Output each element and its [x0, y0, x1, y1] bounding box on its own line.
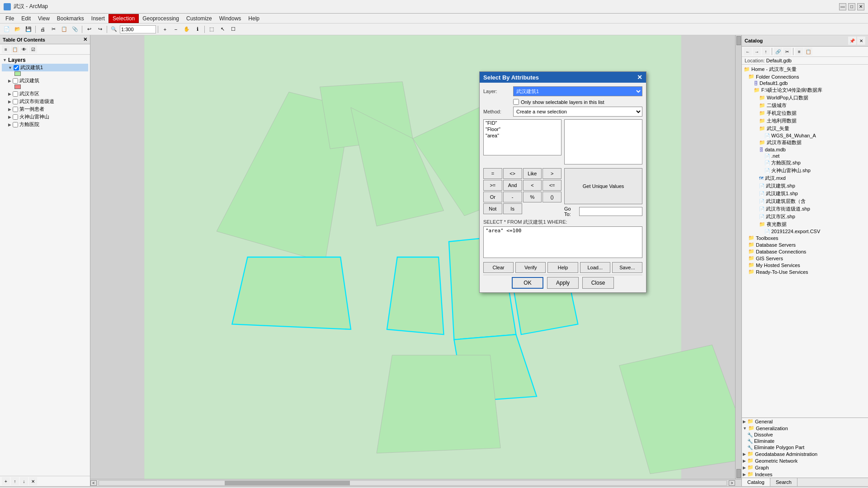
- catalog-details-view[interactable]: 📋: [804, 47, 812, 56]
- menu-insert[interactable]: Insert: [88, 14, 108, 23]
- load-button[interactable]: Load...: [580, 262, 610, 273]
- menu-help[interactable]: Help: [245, 14, 263, 23]
- toc-remove[interactable]: ✕: [29, 477, 37, 485]
- layer-wuhan-jianzhu1[interactable]: ▼ 武汉建筑1: [2, 64, 88, 71]
- tree-jianzhu1-shp[interactable]: 📄 武汉建筑1.shp: [743, 190, 867, 197]
- tree-db-connections[interactable]: 📁 Database Connections: [743, 248, 867, 255]
- op-minus[interactable]: -: [503, 192, 522, 202]
- close-button[interactable]: Close: [582, 277, 614, 289]
- field-area[interactable]: "area": [484, 132, 561, 139]
- tree-graph[interactable]: ▶ 📁 Graph: [742, 464, 868, 471]
- op-parens[interactable]: (): [542, 192, 561, 202]
- toc-add-data[interactable]: +: [2, 477, 10, 485]
- expand-icon[interactable]: ▼: [8, 66, 12, 70]
- tree-folder-connections[interactable]: 📁 Folder Connections: [743, 73, 867, 80]
- layer-checkbox-4[interactable]: [13, 99, 18, 104]
- expand-icon7[interactable]: ▶: [8, 122, 11, 127]
- cut-button[interactable]: ✂: [48, 25, 58, 34]
- layer-huoshen-shan[interactable]: ▶ 火神山雷神山: [2, 113, 88, 121]
- field-floor[interactable]: "Floor": [484, 126, 561, 132]
- layer-wuhan-shiqu[interactable]: ▶ 武汉市区: [2, 90, 88, 98]
- layer-checkbox-5[interactable]: [13, 107, 18, 112]
- tree-hosted-services[interactable]: 📁 My Hosted Services: [743, 262, 867, 268]
- layer-checkbox-6[interactable]: [13, 114, 18, 120]
- op-or[interactable]: Or: [483, 192, 502, 202]
- op-lte[interactable]: <=: [542, 180, 561, 191]
- select-btn[interactable]: ⬚: [207, 25, 217, 34]
- tree-data-mdb[interactable]: 🗄 data.mdb: [743, 146, 867, 153]
- expand-indexes[interactable]: ▶: [743, 472, 746, 477]
- catalog-disconnect[interactable]: ✂: [783, 47, 791, 56]
- expand-icon3[interactable]: ▶: [8, 92, 11, 96]
- expand-geometric[interactable]: ▶: [743, 459, 746, 463]
- toc-move-down[interactable]: ↓: [20, 477, 28, 485]
- tree-generalization[interactable]: ▼ 📁 Generalization: [742, 425, 868, 432]
- zoom-in[interactable]: +: [160, 25, 170, 34]
- tree-eliminate[interactable]: 🔧 Eliminate: [742, 438, 868, 444]
- menu-selection[interactable]: Selection: [108, 14, 139, 23]
- identify-btn[interactable]: ℹ: [193, 25, 203, 34]
- copy-button[interactable]: 📋: [59, 25, 69, 34]
- map-main[interactable]: Select By Attributes ✕ Layer: 武汉建筑1: [90, 35, 735, 479]
- tree-wgs84[interactable]: 📄 WGS_84_Wuhan_A: [743, 132, 867, 139]
- scale-input[interactable]: [120, 25, 156, 33]
- clear-button[interactable]: Clear: [483, 262, 514, 273]
- layer-fangcang[interactable]: ▶ 方舱医院: [2, 121, 88, 128]
- tree-db-servers[interactable]: 📁 Database Servers: [743, 241, 867, 248]
- save-button[interactable]: Save...: [612, 262, 642, 273]
- op-is[interactable]: Is: [503, 203, 522, 214]
- catalog-list-view[interactable]: ≡: [795, 47, 803, 56]
- layer-checkbox-7[interactable]: [13, 122, 18, 127]
- tree-gis-servers[interactable]: 📁 GIS Servers: [743, 255, 867, 262]
- menu-view[interactable]: View: [34, 14, 53, 23]
- minimize-button[interactable]: —: [839, 3, 846, 10]
- tree-shiqu-shp[interactable]: 📄 武汉市区.shp: [743, 213, 867, 221]
- tree-eliminate-poly[interactable]: 🔧 Eliminate Polygon Part: [742, 444, 868, 450]
- tree-dissolve[interactable]: 🔧 Dissolve: [742, 432, 868, 438]
- catalog-up[interactable]: ↑: [762, 47, 770, 56]
- redo-button[interactable]: ↪: [95, 25, 105, 34]
- layer-wuhan-jiedao[interactable]: ▶ 武汉市街道级道: [2, 98, 88, 105]
- toc-source-view[interactable]: 📋: [11, 45, 19, 53]
- expand-icon4[interactable]: ▶: [8, 99, 11, 104]
- layer-checkbox-3[interactable]: [13, 91, 18, 97]
- tree-export-csv[interactable]: 📄 20191224.export.CSV: [743, 228, 867, 235]
- tab-search[interactable]: Search: [770, 478, 797, 486]
- menu-file[interactable]: File: [2, 14, 18, 23]
- tree-yeguang[interactable]: 📁 夜光数据: [743, 221, 867, 228]
- op-neq[interactable]: <>: [503, 168, 522, 179]
- menu-bookmarks[interactable]: Bookmarks: [53, 14, 88, 23]
- paste-button[interactable]: 📎: [70, 25, 80, 34]
- op-gt[interactable]: >: [542, 168, 561, 179]
- tree-indexes[interactable]: ▶ 📁 Indexes: [742, 471, 868, 478]
- catalog-close[interactable]: ✕: [857, 37, 865, 45]
- get-unique-values-button[interactable]: Get Unique Values: [564, 168, 642, 204]
- op-and[interactable]: And: [503, 180, 522, 191]
- expand-icon2[interactable]: ▶: [8, 79, 11, 83]
- h-scroll-right[interactable]: >: [729, 480, 735, 486]
- tree-wuhan-mxd[interactable]: 🗺 武汉.mxd: [743, 174, 867, 182]
- layer-wuhan-jianzhu[interactable]: ▶ 武汉建筑: [2, 77, 88, 84]
- tree-general[interactable]: ▶ 📁 General: [742, 418, 868, 425]
- layer-checkbox-1[interactable]: [14, 65, 19, 70]
- ok-button[interactable]: OK: [512, 277, 543, 289]
- layer-checkbox-2[interactable]: [13, 78, 18, 84]
- tab-catalog[interactable]: Catalog: [742, 478, 770, 486]
- catalog-pin[interactable]: 📌: [848, 37, 856, 45]
- layers-expand[interactable]: ▼: [3, 58, 7, 62]
- tree-phone[interactable]: 📁 手机定位数据: [743, 109, 867, 117]
- maximize-button[interactable]: □: [848, 3, 855, 10]
- expand-icon6[interactable]: ▶: [8, 115, 11, 119]
- tree-toolboxes[interactable]: 📁 Toolboxes: [743, 235, 867, 241]
- verify-button[interactable]: Verify: [515, 262, 546, 273]
- goto-input[interactable]: [579, 207, 642, 216]
- toc-move-up[interactable]: ↑: [11, 477, 19, 485]
- tree-jiedao-shp[interactable]: 📄 武汉市街道级道.shp: [743, 205, 867, 213]
- expand-graph[interactable]: ▶: [743, 465, 746, 470]
- catalog-connect[interactable]: 🔗: [774, 47, 782, 56]
- close-button[interactable]: ✕: [857, 3, 864, 10]
- h-scroll-track[interactable]: [99, 480, 727, 486]
- layer-diyi-huanzhe[interactable]: ▶ 第一例患者: [2, 105, 88, 113]
- toc-selection-view[interactable]: ☑: [29, 45, 37, 53]
- tree-land[interactable]: 📁 土地利用数据: [743, 117, 867, 125]
